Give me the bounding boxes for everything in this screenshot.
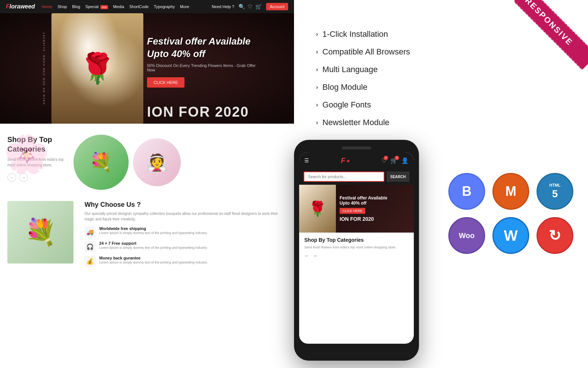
shipping-title: Worldwide free shipping (99, 226, 208, 231)
refresh-icon: ↻ (549, 227, 561, 244)
phone-hero-cta[interactable]: CLICK HERE (340, 208, 365, 214)
responsive-badge-text: RESPONSIVE (514, 0, 588, 70)
site-logo: Floraweed (6, 3, 35, 10)
support-icon: 🎧 (85, 241, 96, 252)
phone-nav: ☰ F✦ ♡ 0 🛒 0 👤 (299, 152, 414, 169)
tech-icons-grid: B M HTML 5 Woo W ↻ (448, 173, 573, 254)
phone-search-input[interactable] (304, 171, 384, 182)
watermark-flower: 🌸 (4, 132, 50, 176)
hero-side-text: SALE OF 30% USE CODE: CLICK007 (42, 32, 46, 104)
nav-typography[interactable]: Typography (154, 4, 175, 9)
hero-flower-image (51, 13, 143, 124)
moneyback-icon: 💰 (85, 256, 96, 267)
feature-item-4: › Blog Module (316, 82, 570, 92)
search-icon[interactable]: 🔍 (239, 4, 245, 10)
hero-title: Festival offer AvailableUpto 40% off (147, 35, 257, 60)
why-choose-features: 🚚 Worldwide free shipping Lorem Ipsum is… (85, 226, 287, 267)
nav-media[interactable]: Media (113, 4, 124, 9)
cart-badge: 0 (395, 156, 399, 160)
feature-label-1: 1-Click Installation (322, 29, 388, 39)
phone-cat-title: Shop By Top Categories (304, 237, 409, 243)
nav-more[interactable]: More (180, 4, 189, 9)
feature-shipping: 🚚 Worldwide free shipping Lorem Ipsum is… (85, 226, 287, 237)
why-choose-image: 💐 (7, 201, 74, 263)
chevron-icon-2: › (316, 49, 318, 55)
phone-wishlist-icon[interactable]: ♡ 0 (381, 157, 387, 164)
phone-logo: F✦ (313, 156, 378, 165)
phone-hero-bottom: ION FOR 2020 (340, 216, 410, 222)
phone-cat-desc: Send fresh flowers from india's top most… (304, 245, 409, 250)
shipping-icon: 🚚 (85, 226, 96, 237)
category-images: 💐 👰 (74, 135, 181, 190)
chevron-icon-1: › (316, 31, 318, 38)
tech-html5[interactable]: HTML 5 (537, 173, 573, 210)
wishlist-icon[interactable]: ♡ (248, 4, 252, 10)
category-circle-2: 👰 (133, 138, 181, 186)
feature-label-2: Compatible All Browsers (322, 47, 410, 57)
nav-shortcode[interactable]: ShortCode (129, 4, 149, 9)
nav-home[interactable]: Home (42, 4, 52, 9)
phone-next-arrow[interactable]: → (312, 253, 318, 259)
hero-subtitle: 50% Discount On Every Trending Flowers I… (147, 63, 257, 72)
phone-account-icon[interactable]: 👤 (401, 157, 409, 164)
moneyback-desc: Lorem Ipsum is simply dummy text of the … (99, 260, 208, 265)
support-desc: Lorem Ipsum is simply dummy text of the … (99, 245, 208, 250)
preview-panel: 🌸 Floraweed Home Shop Blog Special Hot M… (0, 0, 294, 368)
magento-icon: M (505, 184, 516, 199)
cart-icon[interactable]: 🛒 (255, 4, 262, 10)
feature-label-5: Google Fonts (322, 100, 371, 110)
chevron-icon-4: › (316, 84, 318, 91)
nav-blog[interactable]: Blog (72, 4, 80, 9)
feature-item-6: › Newsletter Module (316, 118, 570, 127)
support-text: 24 × 7 Free support Lorem Ipsum is simpl… (99, 241, 208, 250)
html5-label: HTML 5 (549, 183, 561, 200)
tech-wordpress[interactable]: W (492, 217, 529, 254)
feature-moneyback: 💰 Money back gurantee Lorem Ipsum is sim… (85, 256, 287, 267)
category-circle-1: 💐 (74, 135, 129, 190)
need-help-text: Need Help ? (212, 4, 234, 9)
feature-label-4: Blog Module (322, 82, 367, 92)
wordpress-icon: W (504, 227, 518, 244)
phone-hero: 🌹 Festival offer AvailableUpto 40% off C… (299, 185, 414, 233)
phone-speaker (342, 146, 371, 149)
woo-label: Woo (459, 231, 475, 240)
responsive-badge: RESPONSIVE (514, 0, 588, 74)
chevron-icon-3: › (316, 66, 318, 73)
wishlist-badge: 0 (384, 156, 388, 160)
tech-refresh[interactable]: ↻ (537, 217, 573, 254)
nav-shop[interactable]: Shop (57, 4, 67, 9)
phone-search: SEARCH (299, 169, 414, 185)
phone-cart-icon[interactable]: 🛒 0 (390, 157, 398, 164)
feature-label-6: Newsletter Module (322, 118, 389, 127)
feature-label-3: Multi Language (322, 65, 377, 74)
why-choose-description: Our specially priced designer sympathy c… (85, 211, 287, 222)
phone-prev-arrow[interactable]: ← (304, 253, 309, 259)
phone-hero-title: Festival offer AvailableUpto 40% off (340, 195, 410, 206)
nav-special[interactable]: Special Hot (85, 4, 108, 9)
bootstrap-icon: B (462, 184, 472, 199)
shipping-desc: Lorem Ipsum is simply dummy text of the … (99, 231, 208, 236)
tech-bootstrap[interactable]: B (448, 173, 485, 210)
nav-action-icons: 🔍 ♡ 🛒 (239, 4, 262, 10)
phone-nav-icons: ♡ 0 🛒 0 👤 (381, 157, 409, 164)
nav-right: Need Help ? 🔍 ♡ 🛒 Account (212, 3, 288, 10)
moneyback-title: Money back gurantee (99, 256, 208, 260)
phone-categories: Shop By Top Categories Send fresh flower… (299, 233, 414, 263)
site-navigation: Floraweed Home Shop Blog Special Hot Med… (0, 0, 294, 13)
account-button[interactable]: Account (266, 3, 288, 10)
support-title: 24 × 7 Free support (99, 241, 208, 245)
why-choose-section: 💐 Why Choose Us ? Our specially priced d… (0, 197, 294, 274)
tech-magento[interactable]: M (492, 173, 529, 210)
phone-hero-image: 🌹 (299, 185, 336, 233)
hamburger-icon[interactable]: ☰ (304, 158, 309, 163)
hero-text-block: Festival offer AvailableUpto 40% off 50%… (147, 35, 257, 88)
special-badge: Hot (100, 5, 108, 9)
chevron-icon-5: › (316, 102, 318, 108)
phone-search-button[interactable]: SEARCH (387, 171, 409, 182)
shipping-text: Worldwide free shipping Lorem Ipsum is s… (99, 226, 208, 236)
tech-woo[interactable]: Woo (448, 217, 485, 254)
hero-cta-button[interactable]: CLICK HERE (147, 77, 184, 88)
hero-flower-inner (51, 13, 143, 124)
hero-bottom-text: ION FOR 2020 (147, 104, 249, 120)
feature-support: 🎧 24 × 7 Free support Lorem Ipsum is sim… (85, 241, 287, 252)
